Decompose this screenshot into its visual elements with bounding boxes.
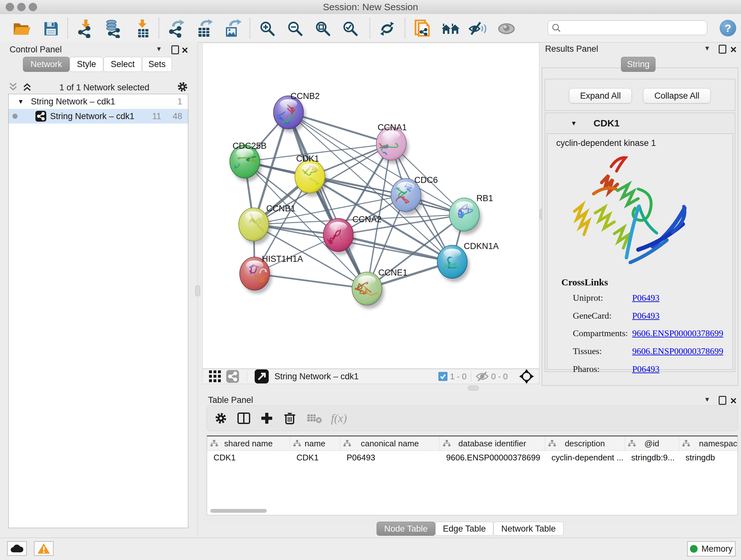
- save-session-button[interactable]: [41, 18, 61, 39]
- export-image-button[interactable]: [222, 18, 243, 39]
- collapse-all-networks-button[interactable]: [8, 82, 18, 93]
- function-builder-button[interactable]: f(x): [330, 409, 348, 427]
- table-options-button[interactable]: [212, 409, 230, 427]
- tab-node-table[interactable]: Node Table: [377, 522, 435, 536]
- control-panel-float-button[interactable]: [172, 45, 179, 54]
- tab-network-table[interactable]: Network Table: [493, 522, 563, 536]
- collapse-all-button[interactable]: Collapse All: [643, 88, 711, 104]
- network-node-HIST1H1A[interactable]: HIST1H1A: [240, 254, 303, 294]
- tab-edge-table[interactable]: Edge Table: [435, 522, 493, 536]
- column-header-shared-name[interactable]: shared name: [207, 436, 290, 450]
- results-panel-menu-button[interactable]: ▼: [704, 45, 711, 52]
- show-columns-button[interactable]: [234, 409, 253, 427]
- horizontal-scrollbar-thumb[interactable]: [210, 509, 267, 513]
- tab-string[interactable]: String: [621, 57, 656, 72]
- open-in-new-window-button[interactable]: [255, 369, 269, 383]
- crosslink-link[interactable]: P06493: [632, 293, 660, 303]
- grid-icon: [209, 370, 221, 382]
- network-options-button[interactable]: [177, 81, 188, 94]
- table-cell: stringdb: [679, 451, 738, 464]
- show-graphics-details-button[interactable]: [496, 18, 517, 39]
- copy-documents-button[interactable]: [413, 18, 433, 39]
- column-header-canonical-name[interactable]: canonical name: [340, 436, 440, 450]
- crosslink-link[interactable]: P06493: [632, 364, 660, 374]
- network-node-RB1[interactable]: RB1: [449, 193, 493, 235]
- bottom-splitter-handle[interactable]: [468, 386, 479, 390]
- view-grid-button[interactable]: [209, 370, 221, 382]
- import-network-from-file-button[interactable]: [75, 18, 96, 39]
- window-title: Session: New Session: [0, 2, 741, 12]
- network-tree: ▼ String Network – cdk1 1 String Network…: [8, 94, 188, 528]
- table-panel-float-button[interactable]: [719, 396, 726, 405]
- import-table-from-file-button[interactable]: [133, 18, 153, 39]
- hidden-elements-button[interactable]: [476, 371, 488, 381]
- network-row[interactable]: String Network – cdk1 11 48: [9, 109, 188, 124]
- tab-select[interactable]: Select: [104, 57, 142, 72]
- delete-columns-button[interactable]: [280, 409, 299, 427]
- network-node-CCNA1[interactable]: CCNA1: [373, 123, 408, 164]
- crosslink-link[interactable]: 9606.ENSP00000378699: [632, 346, 723, 356]
- expand-all-networks-button[interactable]: [22, 82, 32, 93]
- export-network-button[interactable]: [166, 18, 187, 39]
- network-collection-row[interactable]: ▼ String Network – cdk1 1: [9, 94, 188, 109]
- network-node-CCNA2[interactable]: CCNA2: [321, 214, 382, 255]
- import-network-from-database-button[interactable]: [103, 18, 124, 39]
- help-button[interactable]: ?: [720, 20, 736, 37]
- table-panel-close-button[interactable]: ✕: [730, 396, 737, 406]
- tab-sets[interactable]: Sets: [142, 57, 172, 72]
- column-header--id[interactable]: @id: [625, 436, 679, 450]
- search-field[interactable]: [548, 20, 707, 35]
- network-node-CCNE1[interactable]: CCNE1: [352, 268, 408, 309]
- network-node-CDK1[interactable]: CDK1: [295, 154, 327, 197]
- memory-status-icon: [690, 545, 697, 553]
- hide-graphics-details-button[interactable]: [468, 18, 488, 39]
- column-header-label: name: [305, 439, 325, 449]
- results-panel-float-button[interactable]: [719, 45, 726, 54]
- zoom-out-button[interactable]: [285, 18, 306, 39]
- network-node-CDC25B[interactable]: CDC25B: [230, 141, 266, 184]
- crosslink-row: Pharos:P06493: [547, 364, 733, 379]
- crosslink-link[interactable]: P06493: [632, 311, 660, 321]
- control-panel-menu-button[interactable]: ▼: [156, 45, 162, 53]
- selected-nodes-checkbox[interactable]: [439, 372, 448, 381]
- refresh-button[interactable]: [377, 18, 397, 39]
- expand-all-button[interactable]: Expand All: [569, 88, 632, 104]
- table-panel-menu-button[interactable]: ▼: [704, 396, 711, 403]
- network-node-CCNB1[interactable]: CCNB1: [239, 204, 295, 246]
- tree-expander-icon[interactable]: ▼: [17, 98, 24, 105]
- tab-style[interactable]: Style: [70, 57, 104, 72]
- table-row[interactable]: CDK1CDK1P064939606.ENSP00000378699cyclin…: [207, 451, 738, 464]
- houses-button[interactable]: [441, 18, 461, 39]
- zoom-in-button[interactable]: [257, 18, 278, 39]
- column-header-database-identifier[interactable]: database identifier: [440, 436, 545, 450]
- node-result-header[interactable]: ▼ CDK1: [545, 113, 735, 133]
- create-column-button[interactable]: [258, 409, 276, 427]
- column-header-description[interactable]: description: [545, 436, 625, 450]
- network-view-canvas[interactable]: CCNB2 CCNA1 CDC25B CDK1 CDC6: [202, 43, 539, 369]
- zoom-selected-button[interactable]: [340, 18, 360, 39]
- memory-button[interactable]: Memory: [687, 541, 736, 557]
- column-header-label: @id: [644, 439, 659, 449]
- application-window: Session: New Session: [0, 0, 741, 560]
- node-table: shared namenamecanonical namedatabase id…: [207, 435, 738, 515]
- zoom-fit-button[interactable]: [313, 18, 333, 39]
- node-label: CCNB1: [266, 204, 295, 213]
- search-input[interactable]: [564, 23, 707, 33]
- open-session-icon: [12, 21, 31, 37]
- tab-network[interactable]: Network: [23, 57, 70, 72]
- control-panel-close-button[interactable]: ✕: [181, 45, 189, 56]
- results-panel-close-button[interactable]: ✕: [730, 45, 737, 55]
- left-splitter-handle[interactable]: [195, 286, 200, 296]
- warnings-button[interactable]: [34, 541, 54, 556]
- hide-graphics-details-icon: [468, 20, 487, 37]
- column-header-namespace[interactable]: namespace: [679, 436, 738, 450]
- cloud-status-button[interactable]: [7, 541, 27, 556]
- network-overview-button[interactable]: [226, 370, 239, 383]
- crosslink-link[interactable]: 9606.ENSP00000378699: [632, 328, 723, 338]
- birds-eye-view-button[interactable]: [519, 369, 534, 384]
- open-session-button[interactable]: [11, 18, 32, 39]
- export-table-button[interactable]: [194, 18, 214, 39]
- double-chevron-down-icon: [8, 82, 18, 91]
- column-header-name[interactable]: name: [290, 436, 340, 450]
- delete-table-button[interactable]: [306, 409, 324, 427]
